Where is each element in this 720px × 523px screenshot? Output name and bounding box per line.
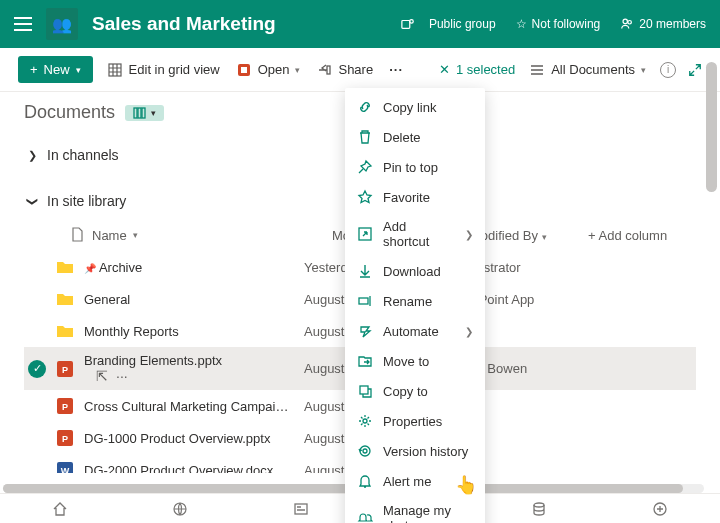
more-button[interactable]: ··· [387,58,405,81]
nav-list-icon[interactable] [531,501,547,517]
scrollbar-vertical[interactable] [706,62,717,192]
file-name[interactable]: Cross Cultural Marketing Campaigns.pptx [84,399,294,414]
hamburger-icon[interactable] [14,17,32,31]
row-checkbox[interactable] [28,258,46,276]
menu-label: Copy to [383,384,428,399]
col-by[interactable]: Modified By ▾ [470,228,580,243]
file-type-icon [56,290,74,308]
menu-label: Favorite [383,190,430,205]
menu-label: Automate [383,324,439,339]
file-name[interactable]: DG-1000 Product Overview.pptx [84,431,294,446]
rename-icon [357,293,373,309]
svg-point-1 [410,20,414,24]
menu-label: Properties [383,414,442,429]
svg-rect-9 [142,108,145,118]
file-icon [70,227,84,243]
file-name[interactable]: DG-2000 Product Overview.docx [84,463,294,474]
menu-trash[interactable]: Delete [345,122,485,152]
nav-globe-icon[interactable] [172,501,188,517]
chevron-right-icon: ❯ [465,326,473,337]
file-type-icon [56,258,74,276]
row-checkbox[interactable] [28,290,46,308]
svg-rect-6 [327,66,330,74]
svg-point-3 [628,21,632,25]
selection-count[interactable]: ✕ 1 selected [439,62,515,77]
site-logo[interactable]: 👥 [46,8,78,40]
menu-shortcut[interactable]: Add shortcut❯ [345,212,485,256]
hist-icon [357,443,373,459]
members-button[interactable]: 20 members [620,17,706,31]
prop-icon [357,413,373,429]
svg-rect-8 [138,108,141,118]
nav-home-icon[interactable] [52,501,68,517]
link-icon [357,99,373,115]
svg-point-22 [360,446,370,456]
new-button[interactable]: + New ▾ [18,56,93,83]
svg-rect-25 [295,504,307,514]
file-name[interactable]: Branding Elements.pptx⇱··· [84,353,294,384]
bell-icon [357,473,373,489]
row-checkbox[interactable] [28,397,46,415]
view-pill[interactable]: ▾ [125,105,164,121]
menu-label: Manage my alerts [383,503,473,523]
col-add[interactable]: + Add column [588,228,667,243]
svg-rect-19 [359,298,368,304]
view-switcher[interactable]: All Documents ▾ [527,58,648,82]
nav-news-icon[interactable] [293,501,309,517]
nav-add-icon[interactable] [652,501,668,517]
follow-button[interactable]: ☆ Not following [516,17,601,31]
menu-link[interactable]: Copy link [345,92,485,122]
edit-grid-button[interactable]: Edit in grid view [105,58,222,82]
menu-move[interactable]: Move to [345,346,485,376]
site-title: Sales and Marketing [92,13,387,35]
menu-auto[interactable]: Automate❯ [345,316,485,346]
menu-label: Delete [383,130,421,145]
menu-label: Add shortcut [383,219,455,249]
bells-icon [357,510,373,523]
menu-prop[interactable]: Properties [345,406,485,436]
svg-rect-4 [109,64,121,76]
menu-bells[interactable]: Manage my alerts [345,496,485,523]
svg-text:P: P [62,434,68,444]
open-button[interactable]: Open ▾ [234,58,303,82]
svg-point-26 [534,503,544,507]
menu-star[interactable]: Favorite [345,182,485,212]
menu-label: Copy link [383,100,436,115]
library-title: Documents [24,102,115,123]
svg-text:P: P [62,402,68,412]
menu-pin[interactable]: Pin to top [345,152,485,182]
file-name[interactable]: Monthly Reports [84,324,294,339]
row-more-icon[interactable]: ··· [116,368,128,384]
svg-rect-7 [134,108,137,118]
menu-bell[interactable]: Alert me [345,466,485,496]
row-checkbox[interactable] [28,429,46,447]
menu-label: Pin to top [383,160,438,175]
svg-point-23 [363,449,367,453]
svg-point-2 [623,19,627,23]
share-button[interactable]: Share [314,58,375,82]
menu-label: Move to [383,354,429,369]
menu-rename[interactable]: Rename [345,286,485,316]
info-button[interactable]: i [660,62,676,78]
file-name[interactable]: General [84,292,294,307]
shortcut-icon [357,226,373,242]
row-checkbox[interactable] [28,322,46,340]
file-type-icon: P [56,397,74,415]
menu-label: Download [383,264,441,279]
row-checkbox[interactable]: ✓ [28,360,46,378]
svg-rect-0 [402,21,410,29]
menu-down[interactable]: Download [345,256,485,286]
pin-icon [357,159,373,175]
expand-icon[interactable] [688,63,702,77]
down-icon [357,263,373,279]
share-icon[interactable]: ⇱ [96,368,108,384]
trash-icon [357,129,373,145]
command-bar: + New ▾ Edit in grid view Open ▾ Share ·… [0,48,720,92]
row-checkbox[interactable] [28,461,46,473]
menu-copy[interactable]: Copy to [345,376,485,406]
file-name[interactable]: 📌 Archive [84,260,294,275]
menu-hist[interactable]: Version history [345,436,485,466]
teams-icon[interactable] [401,17,415,31]
svg-point-21 [363,419,367,423]
col-name[interactable]: Name ▾ [92,228,324,243]
